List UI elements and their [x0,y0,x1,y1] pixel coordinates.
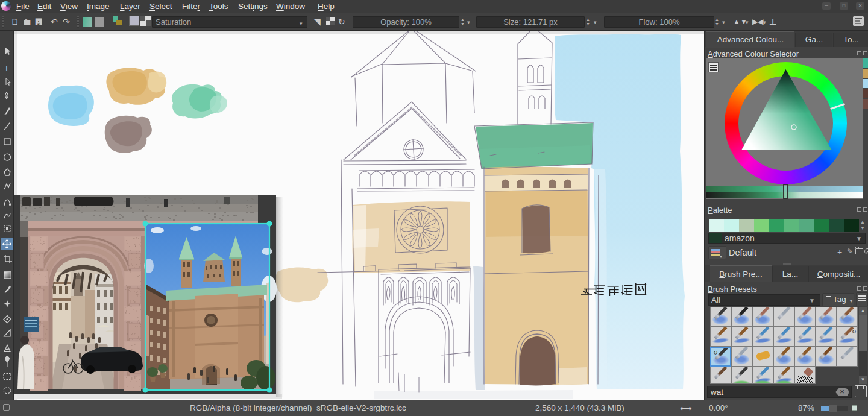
svg-text:T: T [4,64,9,73]
